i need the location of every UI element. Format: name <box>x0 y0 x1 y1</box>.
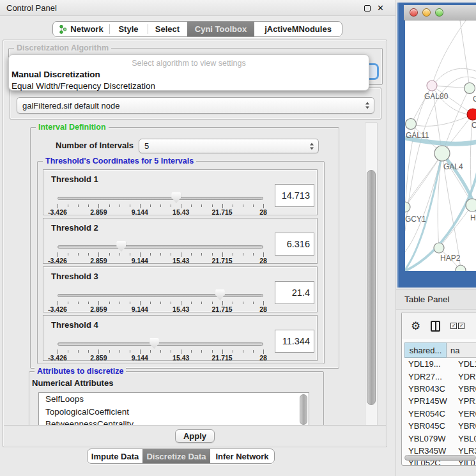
table-row[interactable]: YPR145WYPR1 <box>404 395 476 407</box>
slider-track[interactable] <box>58 245 263 249</box>
number-of-intervals-combobox[interactable]: 5 <box>139 139 319 153</box>
threshold-value-field[interactable]: 6.316 <box>275 233 314 256</box>
dropdown-option[interactable]: Equal Width/Frequency Discretization <box>9 81 369 92</box>
network-node-gal80[interactable] <box>427 81 437 91</box>
tick-mark <box>140 252 141 257</box>
split-columns-icon[interactable] <box>431 321 440 332</box>
slider-ticks <box>58 349 263 354</box>
slider-ticks <box>58 300 263 305</box>
tick-mark <box>88 204 89 207</box>
tab-jactivemnodules[interactable]: jActiveMNodules <box>254 22 342 36</box>
table-row[interactable]: YBR043CYBR0 <box>404 383 476 395</box>
slider-track[interactable] <box>58 294 263 297</box>
tick-mark <box>58 252 58 257</box>
table-row[interactable]: YBR045CYBR0 <box>404 420 476 432</box>
threshold-value-field[interactable]: 21.4 <box>275 281 314 304</box>
tick-mark <box>191 350 192 353</box>
cell-name: YDR2 <box>453 372 476 381</box>
column-header-shared-name[interactable]: shared... <box>404 342 447 358</box>
table-row[interactable]: YDL19...YDL1 <box>404 358 476 370</box>
tick-mark <box>233 350 233 353</box>
network-node-hap2[interactable] <box>434 243 444 253</box>
tick-mark <box>130 350 130 353</box>
table-panel-titlebar[interactable]: Table Panel <box>396 289 476 310</box>
minimize-traffic-light-icon[interactable] <box>422 8 431 17</box>
numerical-attributes-list[interactable]: SelfLoopsTopologicalCoefficientBetweenne… <box>38 392 309 427</box>
tick-mark <box>253 253 254 256</box>
bottom-tab-discretize-data[interactable]: Discretize Data <box>142 449 210 463</box>
threshold-slider[interactable]: -3.4262.8599.14415.4321.71528 <box>58 339 263 360</box>
tick-label: 2.859 <box>90 354 107 362</box>
dropdown-option[interactable]: Manual Discretization <box>9 69 369 81</box>
tab-select[interactable]: Select <box>148 22 187 36</box>
float-window-icon[interactable] <box>364 5 371 12</box>
column-visibility-icons[interactable]: ✓ ✓ <box>450 323 464 329</box>
network-node-label: GAL80 <box>424 92 449 101</box>
tick-mark <box>88 350 89 353</box>
network-node-gal4[interactable] <box>434 146 450 161</box>
settings-scrollbar-track[interactable] <box>365 122 378 427</box>
network-node-c[interactable] <box>467 109 476 120</box>
slider-thumb[interactable] <box>215 289 225 300</box>
network-node-label: C <box>472 121 476 130</box>
network-node-gcy1[interactable] <box>405 202 410 212</box>
attribute-item[interactable]: SelfLoops <box>39 393 309 406</box>
network-canvas[interactable]: GAL80GACGAL11GAL4GCY1HHAP2 <box>405 20 476 271</box>
column-header-name[interactable]: na <box>447 342 476 358</box>
slider-thumb[interactable] <box>150 338 159 349</box>
apply-button[interactable]: Apply <box>175 429 215 443</box>
network-node-gal11[interactable] <box>406 119 417 130</box>
control-panel-titlebar[interactable]: Control Panel ✕ <box>0 0 395 16</box>
slider-thumb[interactable] <box>171 192 181 203</box>
tab-label: Infer Network <box>215 452 268 461</box>
tick-label: 15.43 <box>173 354 189 362</box>
network-node-h[interactable] <box>466 199 476 211</box>
threshold-slider[interactable]: -3.4262.8599.14415.4321.71528 <box>58 193 263 215</box>
window-title: Control Panel <box>6 3 57 13</box>
threshold-slider[interactable]: -3.4262.8599.14415.4321.71528 <box>58 242 263 263</box>
zoom-traffic-light-icon[interactable] <box>435 8 443 17</box>
threshold-value-field[interactable]: 14.713 <box>275 184 314 207</box>
slider-tick-labels: -3.4262.8599.14415.4321.71528 <box>58 354 263 362</box>
tick-label: 2.859 <box>90 305 107 313</box>
network-graph[interactable]: GAL80GACGAL11GAL4GCY1HHAP2 <box>405 20 476 271</box>
tab-style[interactable]: Style <box>109 22 148 36</box>
network-window-titlebar[interactable] <box>404 5 476 20</box>
slider-thumb[interactable] <box>116 241 126 252</box>
tick-mark <box>68 302 68 304</box>
table-horizontal-scrollbar[interactable] <box>404 455 476 461</box>
bottom-tab-impute-data[interactable]: Impute Data <box>88 449 142 463</box>
close-traffic-light-icon[interactable] <box>410 8 418 17</box>
gear-icon[interactable]: ⚙ <box>411 321 420 332</box>
tick-mark <box>243 350 243 353</box>
attribute-item[interactable]: TopologicalCoefficient <box>39 406 309 418</box>
tick-mark <box>58 204 58 208</box>
tick-label: 21.715 <box>212 354 233 362</box>
slider-track[interactable] <box>58 342 263 346</box>
list-scrollbar[interactable] <box>300 394 307 425</box>
tab-network[interactable]: Network <box>53 22 109 36</box>
threshold-slider[interactable]: -3.4262.8599.14415.4321.71528 <box>58 290 263 312</box>
numerical-attributes-label: Numerical Attributes <box>32 378 113 388</box>
tick-label: 28 <box>259 208 267 216</box>
table-row[interactable]: YDR27...YDR2 <box>404 370 476 382</box>
checkbox-icon[interactable]: ✓ <box>450 323 457 329</box>
table-data-group: Table Data galFiltered.sif default node <box>10 88 381 119</box>
bottom-tab-infer-network[interactable]: Infer Network <box>210 449 274 463</box>
table-row[interactable]: YER054CYER0 <box>404 408 476 420</box>
threshold-value-field[interactable]: 11.344 <box>275 330 314 353</box>
checkbox-icon[interactable]: ✓ <box>458 323 464 329</box>
tab-cyni-toolbox[interactable]: Cyni Toolbox <box>187 22 254 36</box>
algorithm-group-title: Discretization Algorithm <box>14 43 111 53</box>
cell-name: YBL0 <box>453 434 476 443</box>
network-view-window: GAL80GACGAL11GAL4GCY1HHAP2 <box>397 3 476 288</box>
network-node-ga[interactable] <box>464 83 475 94</box>
table-row[interactable]: YBL079WYBL0 <box>404 432 476 444</box>
close-icon[interactable]: ✕ <box>377 4 384 12</box>
slider-ticks <box>58 203 263 208</box>
slider-track[interactable] <box>58 197 263 200</box>
table-data-combobox[interactable]: galFiltered.sif default node <box>17 97 374 114</box>
tick-mark <box>181 349 181 354</box>
tick-mark <box>98 301 99 305</box>
settings-scrollbar-thumb[interactable] <box>367 170 376 405</box>
